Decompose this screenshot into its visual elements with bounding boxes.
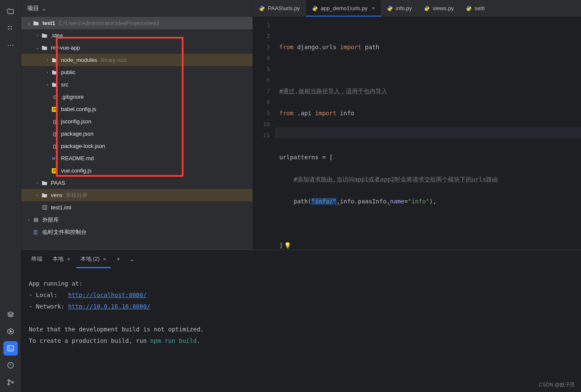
close-icon[interactable]: × [103,256,106,262]
project-panel-header[interactable]: 项目 ⌄ [21,0,253,17]
bulb-icon[interactable]: 💡 [284,242,291,249]
arrow-right-icon[interactable]: › [44,70,51,75]
git-tool-icon[interactable] [3,375,18,389]
arrow-right-icon[interactable]: › [44,58,51,62]
run-tool-icon[interactable] [3,324,18,339]
tree-label: 外部库 [42,216,59,224]
arrow-right-icon[interactable]: › [44,82,51,87]
tree-item-gitignore[interactable]: ⊘ .gitignore [21,91,253,103]
terminal-tab-local-2[interactable]: 本地 (2) × [76,253,111,265]
tab-label: 本地 (2) [81,255,100,263]
tree-label: package.json [61,131,94,137]
arrow-right-icon[interactable]: › [34,33,41,38]
tree-item-paas[interactable]: › PAAS [21,177,253,189]
arrow-right-icon[interactable]: › [34,193,41,197]
tree-root[interactable]: ⌄ test1 C:\Users\Administrator\IdeaProje… [21,17,253,29]
tab-label: PAAS\urls.py [268,5,300,11]
tab-paas-urls[interactable]: PAAS\urls.py [253,0,306,17]
structure-tool-icon[interactable] [3,21,18,36]
tree-item-vue-config[interactable]: JS vue.config.js [21,164,253,177]
terminal-tab-local[interactable]: 本地 × [48,253,75,265]
tree-label: vue.config.js [61,167,92,174]
tree-item-jsconfig[interactable]: {} jsconfig.json [21,115,253,128]
gitignore-icon: ⊘ [51,94,58,100]
add-terminal-button[interactable]: ＋ [112,253,125,264]
json-icon: {} [51,144,58,149]
tree-item-package-lock[interactable]: {} package-lock.json [21,140,253,152]
js-icon: JS [51,107,58,112]
tree-label: README.md [61,155,94,161]
svg-point-11 [8,380,9,381]
svg-point-3 [11,28,12,30]
python-icon [387,6,393,11]
tree-label: .idea [51,32,63,39]
tree-label: .gitignore [61,94,83,100]
tree-label: package-lock.json [61,143,105,149]
terminal-output[interactable]: App running at: - Local: http://localhos… [21,268,581,392]
tab-label: app_demo1\urls.py [321,5,368,11]
tab-settings[interactable]: setti [460,0,491,17]
tree-item-public[interactable]: › public [21,66,253,78]
terminal-title[interactable]: 终端 [27,253,47,265]
tree-item-readme[interactable]: M↓ README.md [21,152,253,164]
tree-label: 临时文件和控制台 [42,228,86,236]
python-icon [424,6,430,11]
arrow-down-icon[interactable]: ⌄ [34,45,41,50]
project-tool-icon[interactable] [3,4,18,19]
svg-rect-14 [42,206,47,210]
tree-label: PAAS [51,180,65,186]
close-icon[interactable]: × [67,256,70,262]
project-sidebar: 项目 ⌄ ⌄ test1 C:\Users\Administrator\Idea… [21,0,253,250]
problems-tool-icon[interactable] [3,358,18,373]
tree-item-scratches[interactable]: 临时文件和控制台 [21,226,253,238]
network-url-link[interactable]: http://10.0.16.16:8080/ [68,303,150,310]
tab-label: 本地 [53,255,64,263]
tree-label: venv [51,192,62,198]
tab-app-demo1-urls[interactable]: app_demo1\urls.py × [306,0,381,17]
folder-icon [41,181,48,186]
more-tool-icon[interactable] [3,38,18,53]
tree-item-src[interactable]: › src [21,78,253,91]
tree-label: src [61,81,68,88]
python-icon [466,6,472,11]
tree-item-babel-config[interactable]: JS babel.config.js [21,103,253,115]
json-icon: {} [51,131,58,136]
folder-icon [41,33,48,38]
tree-item-venv[interactable]: › venv 库根目录 [21,189,253,201]
tree-label: test1 [42,20,55,26]
folder-icon [51,82,58,87]
services-tool-icon[interactable] [3,307,18,322]
svg-marker-8 [10,331,12,333]
arrow-right-icon[interactable]: › [34,181,41,185]
tree-label: public [61,69,75,75]
folder-icon [51,58,58,63]
folder-icon [41,45,48,50]
local-url-link[interactable]: http://localhost:8080/ [68,292,147,298]
terminal-tool-icon[interactable] [3,341,18,356]
tab-views[interactable]: views.py [418,0,460,17]
svg-rect-15 [44,206,45,208]
close-icon[interactable]: × [372,5,375,11]
tree-label: babel.config.js [61,106,96,112]
tree-item-package-json[interactable]: {} package.json [21,128,253,140]
tree-item-my-vue-app[interactable]: ⌄ my-vue-app [21,42,253,54]
arrow-down-icon[interactable]: ⌄ [25,21,32,25]
tree-item-idea[interactable]: › .idea [21,29,253,42]
editor-tabs: PAAS\urls.py app_demo1\urls.py × info.py… [253,0,581,17]
tree-item-external-libs[interactable]: › 外部库 [21,214,253,226]
tree-item-iml[interactable]: test1.iml [21,201,253,214]
tree-item-node-modules[interactable]: › node_modules library root [21,54,253,66]
code-editor[interactable]: 1234567891011 from django.urls import pa… [253,17,581,250]
folder-icon [51,70,58,75]
tree-label: my-vue-app [51,44,80,51]
tab-info[interactable]: info.py [381,0,418,17]
svg-rect-18 [37,218,38,222]
python-icon [259,6,265,11]
tree-label: jsconfig.json [61,118,92,125]
tab-label: setti [475,5,485,11]
arrow-right-icon[interactable]: › [25,217,32,222]
code-content[interactable]: from django.urls import path #通过.做相当路径导入… [275,17,581,250]
js-icon: JS [51,168,58,173]
svg-point-5 [10,45,11,46]
terminal-more-button[interactable]: ⌄ [126,254,138,264]
